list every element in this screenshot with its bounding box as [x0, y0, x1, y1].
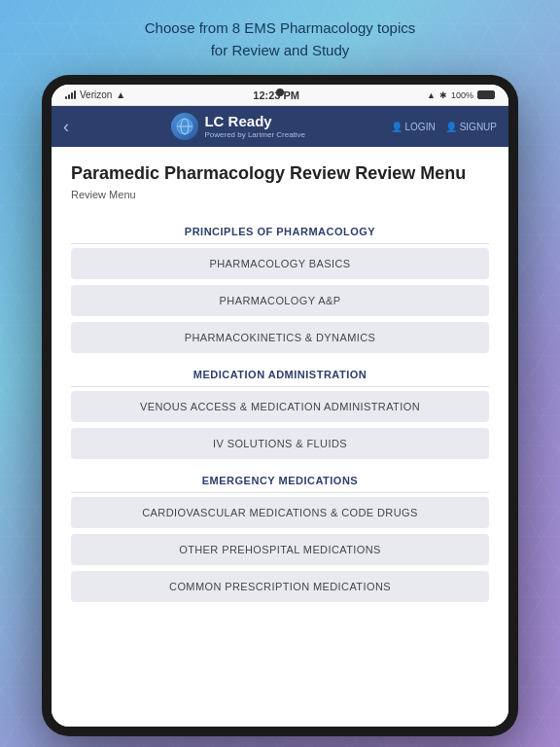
- nav-title: LC Ready: [204, 114, 305, 130]
- login-label: LOGIN: [405, 122, 436, 132]
- menu-item-0-2[interactable]: PHARMACOKINETICS & DYNAMICS: [71, 322, 489, 353]
- divider-0: [71, 243, 489, 244]
- top-text: Choose from 8 EMS Pharmacology topics fo…: [106, 0, 454, 75]
- lc-logo-icon: [176, 118, 193, 135]
- battery-percent: 100%: [451, 90, 473, 100]
- signup-button[interactable]: 👤 SIGNUP: [445, 122, 497, 132]
- menu-item-0-1[interactable]: PHARMACOLOGY A&P: [71, 285, 489, 316]
- login-icon: 👤: [391, 122, 402, 132]
- carrier-label: Verizon: [80, 89, 112, 100]
- nav-logo: [171, 113, 198, 140]
- status-bar: Verizon ▲ 12:23 PM ▲ ✱ 100%: [52, 85, 508, 106]
- battery-icon: [477, 90, 495, 99]
- breadcrumb: Review Menu: [71, 189, 489, 200]
- tablet-device: Verizon ▲ 12:23 PM ▲ ✱ 100% ‹: [42, 75, 518, 736]
- login-button[interactable]: 👤 LOGIN: [391, 122, 436, 132]
- content-area: Paramedic Pharmacology Review Review Men…: [52, 147, 508, 727]
- section-header-1: MEDICATION ADMINISTRATION: [71, 359, 489, 386]
- menu-item-1-1[interactable]: IV SOLUTIONS & FLUIDS: [71, 428, 489, 459]
- sections-container: PRINCIPLES OF PHARMACOLOGYPHARMACOLOGY B…: [71, 216, 489, 602]
- signup-label: SIGNUP: [460, 122, 497, 132]
- nav-title-block: LC Ready Powered by Larimer Creative: [204, 114, 305, 139]
- page-title: Paramedic Pharmacology Review Review Men…: [71, 162, 489, 185]
- menu-item-2-2[interactable]: COMMON PRESCRIPTION MEDICATIONS: [71, 571, 489, 602]
- nav-subtitle: Powered by Larimer Creative: [204, 130, 305, 139]
- signal-bars: [65, 90, 76, 99]
- menu-item-0-0[interactable]: PHARMACOLOGY BASICS: [71, 248, 489, 279]
- wifi-icon: ▲: [116, 89, 125, 100]
- tablet-screen: Verizon ▲ 12:23 PM ▲ ✱ 100% ‹: [52, 85, 508, 727]
- status-left: Verizon ▲: [65, 89, 125, 100]
- signal-strength-icon: ▲: [427, 90, 436, 100]
- divider-2: [71, 492, 489, 493]
- nav-actions: 👤 LOGIN 👤 SIGNUP: [391, 122, 497, 132]
- nav-brand: LC Ready Powered by Larimer Creative: [87, 113, 391, 140]
- nav-bar: ‹ LC Ready Powered by Larimer Creative 👤: [52, 106, 508, 147]
- section-header-0: PRINCIPLES OF PHARMACOLOGY: [71, 216, 489, 243]
- menu-item-1-0[interactable]: VENOUS ACCESS & MEDICATION ADMINISTRATIO…: [71, 391, 489, 422]
- section-header-2: EMERGENCY MEDICATIONS: [71, 465, 489, 492]
- signup-icon: 👤: [445, 122, 457, 132]
- divider-1: [71, 386, 489, 387]
- menu-item-2-1[interactable]: OTHER PREHOSPITAL MEDICATIONS: [71, 534, 489, 565]
- menu-item-2-0[interactable]: CARDIOVASCULAR MEDICATIONS & CODE DRUGS: [71, 497, 489, 528]
- back-button[interactable]: ‹: [63, 117, 87, 137]
- bluetooth-icon: ✱: [439, 90, 447, 100]
- status-time: 12:23 PM: [253, 89, 299, 101]
- status-right: ▲ ✱ 100%: [427, 90, 495, 100]
